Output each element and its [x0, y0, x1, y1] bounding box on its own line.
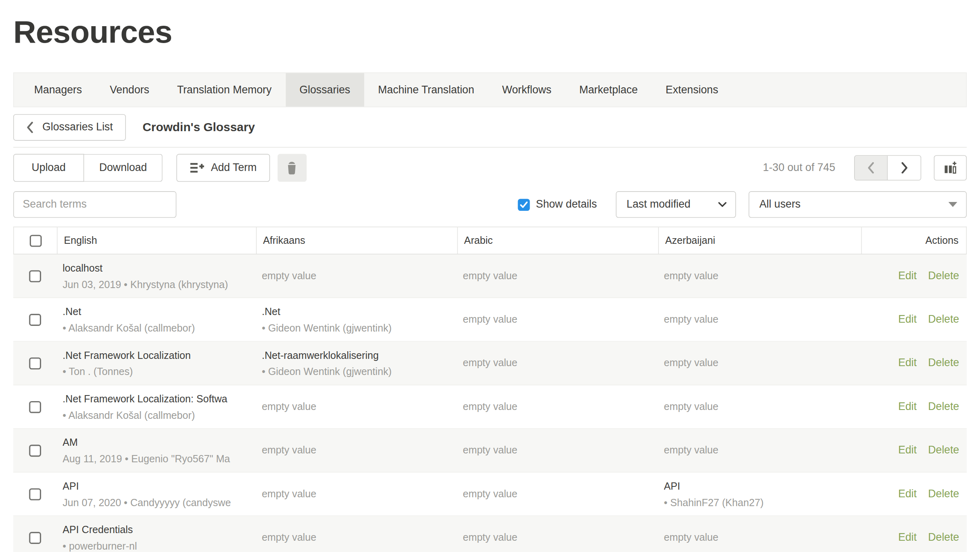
- pagination-status: 1-30 out of 745: [763, 161, 836, 174]
- empty-value-text: empty value: [664, 532, 719, 543]
- column-header-azerbaijani[interactable]: Azerbaijani: [658, 227, 861, 254]
- delete-link[interactable]: Delete: [928, 531, 959, 544]
- show-details-checkbox[interactable]: [518, 198, 530, 210]
- delete-selected-button[interactable]: [278, 154, 307, 182]
- empty-value-text: empty value: [262, 488, 316, 500]
- back-to-glossaries-button[interactable]: Glossaries List: [13, 114, 126, 141]
- term-text: API: [63, 480, 249, 494]
- checkmark-icon: [520, 201, 528, 208]
- term-meta: • Alaksandr Košal (callmebor): [63, 321, 249, 336]
- cell-azerbaijani-empty: empty value: [658, 516, 860, 552]
- delete-link[interactable]: Delete: [928, 357, 959, 369]
- term-meta: Aug 11, 2019 • Eugenio "Ryo567" Ma: [63, 452, 249, 466]
- cell-azerbaijani-empty: empty value: [658, 342, 860, 385]
- delete-link[interactable]: Delete: [928, 488, 959, 500]
- edit-link[interactable]: Edit: [898, 357, 917, 369]
- users-select[interactable]: All users: [749, 191, 967, 218]
- empty-value-text: empty value: [262, 401, 316, 412]
- add-column-button[interactable]: [934, 155, 967, 181]
- breadcrumb: Glossaries List Crowdin's Glossary: [13, 114, 967, 141]
- row-checkbox[interactable]: [29, 401, 41, 413]
- search-input[interactable]: [13, 191, 176, 218]
- triangle-down-icon: [949, 202, 957, 207]
- glossary-table: English Afrikaans Arabic Azerbaijani Act…: [13, 227, 967, 552]
- column-header-afrikaans[interactable]: Afrikaans: [256, 227, 457, 254]
- edit-link[interactable]: Edit: [898, 444, 917, 457]
- tab-marketplace[interactable]: Marketplace: [565, 73, 652, 107]
- cell-azerbaijani-empty: empty value: [658, 429, 860, 472]
- add-term-button[interactable]: Add Term: [177, 154, 270, 182]
- edit-link[interactable]: Edit: [898, 531, 917, 544]
- empty-value-text: empty value: [664, 445, 719, 456]
- empty-value-text: empty value: [664, 401, 719, 412]
- delete-link[interactable]: Delete: [928, 270, 959, 282]
- term-text: localhost: [63, 262, 249, 276]
- show-details-toggle[interactable]: Show details: [518, 198, 597, 211]
- cell-arabic-empty: empty value: [456, 429, 658, 472]
- table-row: API Credentials• powerburner-nlempty val…: [13, 516, 967, 552]
- upload-button[interactable]: Upload: [13, 154, 84, 182]
- edit-link[interactable]: Edit: [898, 270, 917, 282]
- term-meta: Jun 07, 2020 • Candyyyyy (candyswe: [63, 496, 249, 510]
- delete-link[interactable]: Delete: [928, 400, 959, 413]
- cell-azerbaijani-empty: empty value: [658, 298, 860, 341]
- list-plus-icon: [190, 161, 204, 175]
- tab-translation-memory[interactable]: Translation Memory: [163, 73, 285, 107]
- tab-vendors[interactable]: Vendors: [96, 73, 163, 107]
- empty-value-text: empty value: [463, 357, 518, 369]
- empty-value-text: empty value: [463, 445, 518, 456]
- previous-page-button[interactable]: [855, 156, 888, 180]
- term-meta: • ShahinF27 (Khan27): [664, 496, 854, 510]
- table-row: APIJun 07, 2020 • Candyyyyy (candysweemp…: [13, 472, 967, 516]
- term-text: .Net: [262, 305, 450, 319]
- column-header-arabic[interactable]: Arabic: [457, 227, 658, 254]
- row-checkbox[interactable]: [29, 313, 41, 325]
- sort-select[interactable]: Last modified: [616, 191, 736, 218]
- empty-value-text: empty value: [664, 270, 719, 282]
- delete-link[interactable]: Delete: [928, 444, 959, 457]
- tab-managers[interactable]: Managers: [20, 73, 96, 107]
- divider: [13, 147, 967, 148]
- table-header: English Afrikaans Arabic Azerbaijani Act…: [13, 227, 967, 254]
- trash-icon: [285, 161, 299, 175]
- empty-value-text: empty value: [664, 314, 719, 325]
- cell-arabic-empty: empty value: [456, 254, 658, 297]
- empty-value-text: empty value: [463, 314, 518, 325]
- row-checkbox[interactable]: [29, 531, 41, 544]
- tab-glossaries[interactable]: Glossaries: [285, 73, 364, 107]
- cell-afrikaans-empty: empty value: [256, 254, 457, 297]
- tab-workflows[interactable]: Workflows: [488, 73, 565, 107]
- row-checkbox[interactable]: [29, 488, 41, 500]
- empty-value-text: empty value: [262, 532, 316, 543]
- tab-extensions[interactable]: Extensions: [652, 73, 732, 107]
- edit-link[interactable]: Edit: [898, 488, 917, 500]
- row-checkbox[interactable]: [29, 270, 41, 282]
- cell-afrikaans-empty: empty value: [256, 472, 457, 515]
- cell-afrikaans: .Net-raamwerklokalisering• Gideon Wentin…: [256, 342, 457, 385]
- edit-link[interactable]: Edit: [898, 400, 917, 413]
- table-row: .Net• Alaksandr Košal (callmebor).Net• G…: [13, 298, 967, 342]
- cell-arabic-empty: empty value: [456, 516, 658, 552]
- next-page-button[interactable]: [888, 156, 921, 180]
- upload-download-group: Upload Download: [13, 154, 163, 182]
- table-row: AMAug 11, 2019 • Eugenio "Ryo567" Maempt…: [13, 429, 967, 472]
- cell-afrikaans: .Net• Gideon Wentink (gjwentink): [256, 298, 457, 341]
- chevron-down-icon: [718, 202, 726, 207]
- cell-actions: EditDelete: [860, 429, 967, 472]
- edit-link[interactable]: Edit: [898, 313, 917, 326]
- chevron-left-icon: [27, 122, 33, 133]
- chevron-left-icon: [867, 162, 874, 173]
- select-all-checkbox[interactable]: [29, 235, 41, 247]
- row-checkbox-cell: [13, 472, 56, 515]
- column-header-english[interactable]: English: [57, 227, 256, 254]
- tab-machine-translation[interactable]: Machine Translation: [364, 73, 488, 107]
- row-checkbox-cell: [13, 254, 56, 297]
- show-details-label: Show details: [536, 198, 597, 211]
- table-row: localhostJun 03, 2019 • Khrystyna (khrys…: [13, 254, 967, 298]
- row-checkbox[interactable]: [29, 357, 41, 369]
- delete-link[interactable]: Delete: [928, 313, 959, 326]
- cell-arabic-empty: empty value: [456, 385, 658, 428]
- download-button[interactable]: Download: [84, 154, 163, 182]
- toolbar: Upload Download Add Term 1-30 out of 745: [13, 154, 967, 182]
- row-checkbox[interactable]: [29, 444, 41, 456]
